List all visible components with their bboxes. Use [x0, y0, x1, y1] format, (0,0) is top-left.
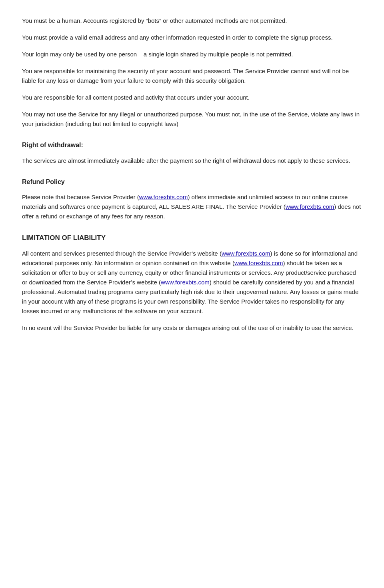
liability-link2[interactable]: www.forexbts.com	[234, 260, 283, 266]
paragraph-security: You are responsible for maintaining the …	[22, 66, 362, 86]
refund-body: Please note that because Service Provide…	[22, 192, 362, 221]
paragraph-email: You must provide a valid email address a…	[22, 33, 362, 42]
refund-link2[interactable]: www.forexbts.com	[286, 203, 334, 210]
paragraph-bots: You must be a human. Accounts registered…	[22, 16, 362, 26]
refund-link1[interactable]: www.forexbts.com	[139, 194, 188, 200]
liability-heading: LIMITATION OF LIABILITY	[22, 232, 362, 243]
refund-heading: Refund Policy	[22, 177, 362, 187]
terms-content: You must be a human. Accounts registered…	[22, 16, 362, 333]
refund-text-before-link1: Please note that because Service Provide…	[22, 194, 139, 200]
liability-link3[interactable]: www.forexbts.com	[161, 279, 210, 286]
liability-paragraph-2: In no event will the Service Provider be…	[22, 323, 362, 333]
liability-link1[interactable]: www.forexbts.com	[222, 250, 270, 257]
paragraph-login: Your login may only be used by one perso…	[22, 50, 362, 59]
liability-paragraph-1: All content and services presented throu…	[22, 249, 362, 316]
liability-text-before-link1: All content and services presented throu…	[22, 250, 222, 257]
withdrawal-heading: Right of withdrawal:	[22, 140, 362, 150]
paragraph-illegal: You may not use the Service for any ille…	[22, 110, 362, 129]
paragraph-content: You are responsible for all content post…	[22, 93, 362, 102]
withdrawal-body: The services are almost immediately avai…	[22, 156, 362, 166]
